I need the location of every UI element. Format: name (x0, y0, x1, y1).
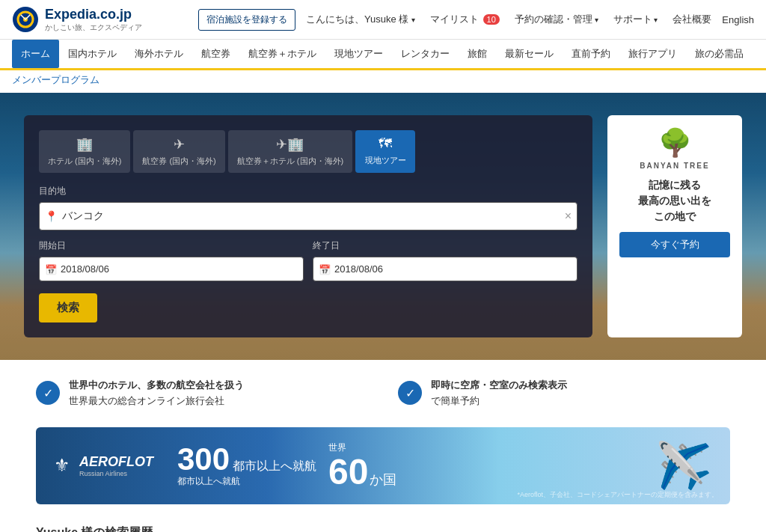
tab-label-0: ホテル (国内・海外) (48, 156, 121, 167)
my-list-link[interactable]: マイリスト 10 (426, 13, 504, 26)
nav-item: 航空券 (192, 40, 239, 68)
nav-item-レンタカー[interactable]: レンタカー (392, 40, 459, 68)
banyan-tree-icon: 🌳 (658, 127, 692, 159)
search-tab-3[interactable]: 🗺現地ツアー (355, 130, 415, 173)
search-tab-0[interactable]: 🏢ホテル (国内・海外) (39, 130, 130, 173)
nav-item-国内ホテル[interactable]: 国内ホテル (59, 40, 126, 68)
nav-item-航空券＋ホテル[interactable]: 航空券＋ホテル (239, 40, 325, 68)
nav-item-ホーム[interactable]: ホーム (12, 40, 59, 68)
greeting-link[interactable]: こんにちは、Yusuke 様 (301, 13, 420, 26)
destination-label: 目的地 (39, 185, 577, 198)
search-history-title: Yusuke 様の検索履歴 (36, 525, 730, 532)
nav-item-直前予約[interactable]: 直前予約 (563, 40, 619, 68)
header-top: Expedia.co.jp かしこい旅、エクスペディア 宿泊施設を登録する こん… (0, 0, 766, 40)
airplane-icon: ✈️ (656, 439, 712, 492)
search-tab-1[interactable]: ✈航空券 (国内・海外) (133, 130, 224, 173)
aeroflot-banner: ⚜ AEROFLOT Russian Airlines 300 都市以上へ就航 … (36, 427, 730, 504)
features-section: ✓ 世界中のホテル、多数の航空会社を扱う 世界最大の総合オンライン旅行会社 ✓ … (24, 360, 742, 427)
banner-world-suffix: か国 (370, 471, 396, 489)
feature-check-icon-1: ✓ (398, 381, 422, 405)
banner-main: 300 都市以上へ就航 都市以上へ就航 (177, 444, 316, 488)
nav-item: 旅行アプリ (619, 40, 686, 68)
nav-item-旅館[interactable]: 旅館 (459, 40, 496, 68)
ad-panel: 🌳 BANYAN TREE 記憶に残る最高の思い出をこの地で 今すぐ予約 (607, 115, 742, 337)
end-date-field: 終了日 📅 (313, 239, 577, 281)
end-date-label: 終了日 (313, 239, 577, 252)
hero: 🏢ホテル (国内・海外)✈航空券 (国内・海外)✈🏢航空券＋ホテル (国内・海外… (0, 93, 766, 360)
search-tab-2[interactable]: ✈🏢航空券＋ホテル (国内・海外) (228, 130, 352, 173)
tab-icon-0: 🏢 (76, 136, 93, 153)
start-date-input[interactable] (39, 257, 304, 281)
nav-item: 旅館 (459, 40, 496, 68)
tab-icon-3: 🗺 (379, 136, 392, 152)
start-date-wrap: 📅 (39, 257, 304, 281)
member-program-link[interactable]: メンバープログラム (12, 74, 99, 85)
banner-disclaimer: *Aeroflot、子会社、コードシェアパートナーの定期便を含みます。 (517, 490, 718, 500)
company-link[interactable]: 会社概要 (668, 13, 716, 26)
feature-check-icon-0: ✓ (36, 381, 60, 405)
support-link[interactable]: サポート (609, 13, 663, 26)
date-row: 開始日 📅 終了日 📅 (39, 239, 577, 281)
nav-item-現地ツアー[interactable]: 現地ツアー (325, 40, 392, 68)
banner-world-number: 60 (328, 454, 368, 490)
location-icon: 📍 (45, 210, 58, 222)
banner-world: 世界 60 か国 (328, 441, 396, 490)
tab-label-3: 現地ツアー (365, 155, 406, 166)
sub-nav: メンバープログラム (0, 70, 766, 93)
nav-item: 海外ホテル (126, 40, 192, 68)
nav-item: ホーム (12, 40, 59, 68)
my-list-badge: 10 (483, 14, 500, 25)
aeroflot-name: AEROFLOT (79, 454, 153, 470)
nav-item-海外ホテル[interactable]: 海外ホテル (126, 40, 192, 68)
tab-icon-2: ✈🏢 (276, 136, 304, 153)
feature-text-0: 世界中のホテル、多数の航空会社を扱う 世界最大の総合オンライン旅行会社 (69, 378, 244, 409)
search-tabs: 🏢ホテル (国内・海外)✈航空券 (国内・海外)✈🏢航空券＋ホテル (国内・海外… (39, 130, 577, 173)
tab-label-2: 航空券＋ホテル (国内・海外) (237, 156, 343, 167)
search-history: Yusuke 様の検索履歴 (24, 519, 742, 532)
ad-cta-button[interactable]: 今すぐ予約 (619, 232, 730, 257)
nav-item-旅の必需品[interactable]: 旅の必需品 (686, 40, 753, 68)
end-date-input[interactable] (313, 257, 577, 281)
feature-strong-1: 即時に空席・空室のみ検索表示 (431, 378, 567, 394)
banner-number: 300 (177, 444, 230, 475)
booking-manage-link[interactable]: 予約の確認・管理 (510, 13, 603, 26)
clear-button[interactable]: × (565, 210, 572, 223)
calendar-icon-end: 📅 (319, 263, 331, 275)
feature-item-1: ✓ 即時に空席・空室のみ検索表示 で簡単予約 (398, 378, 730, 409)
ad-brand-name: BANYAN TREE (640, 162, 709, 170)
end-date-wrap: 📅 (313, 257, 577, 281)
nav-item: 直前予約 (563, 40, 619, 68)
banner-sub: 都市以上へ就航 (177, 475, 316, 488)
features-wrapper: ✓ 世界中のホテル、多数の航空会社を扱う 世界最大の総合オンライン旅行会社 ✓ … (0, 360, 766, 427)
register-btn[interactable]: 宿泊施設を登録する (198, 9, 295, 31)
logo-text: Expedia.co.jp かしこい旅、エクスペディア (45, 7, 142, 33)
tab-label-1: 航空券 (国内・海外) (142, 156, 215, 167)
nav-item-航空券[interactable]: 航空券 (192, 40, 239, 68)
aeroflot-logo: ⚜ AEROFLOT Russian Airlines (54, 454, 153, 477)
main-nav: ホーム国内ホテル海外ホテル航空券航空券＋ホテル現地ツアーレンタカー旅館最新セール… (0, 40, 766, 70)
start-date-label: 開始日 (39, 239, 304, 252)
aeroflot-sub: Russian Airlines (79, 470, 153, 477)
search-panel: 🏢ホテル (国内・海外)✈航空券 (国内・海外)✈🏢航空券＋ホテル (国内・海外… (24, 115, 592, 337)
calendar-icon-start: 📅 (45, 263, 57, 275)
nav-item: 旅の必需品 (686, 40, 753, 68)
hero-content: 🏢ホテル (国内・海外)✈航空券 (国内・海外)✈🏢航空券＋ホテル (国内・海外… (24, 115, 742, 337)
destination-input[interactable] (39, 202, 577, 230)
expedia-logo-icon (12, 6, 39, 33)
banner-suffix: 都市以上へ就航 (233, 459, 316, 474)
nav-item-最新セール[interactable]: 最新セール (496, 40, 563, 68)
header-nav: 宿泊施設を登録する こんにちは、Yusuke 様 マイリスト 10 予約の確認・… (198, 9, 754, 31)
destination-field: 📍 × (39, 202, 577, 230)
tab-icon-1: ✈ (174, 136, 185, 153)
nav-item: 航空券＋ホテル (239, 40, 325, 68)
feature-item-0: ✓ 世界中のホテル、多数の航空会社を扱う 世界最大の総合オンライン旅行会社 (36, 378, 368, 409)
nav-item: 最新セール (496, 40, 563, 68)
nav-item: レンタカー (392, 40, 459, 68)
logo-main-text: Expedia.co.jp (45, 7, 142, 22)
search-button[interactable]: 検索 (39, 293, 97, 322)
logo-sub-text: かしこい旅、エクスペディア (45, 22, 142, 33)
nav-item-旅行アプリ[interactable]: 旅行アプリ (619, 40, 686, 68)
nav-item: 現地ツアー (325, 40, 392, 68)
english-link[interactable]: English (722, 14, 754, 25)
feature-text-1: 即時に空席・空室のみ検索表示 で簡単予約 (431, 378, 567, 409)
